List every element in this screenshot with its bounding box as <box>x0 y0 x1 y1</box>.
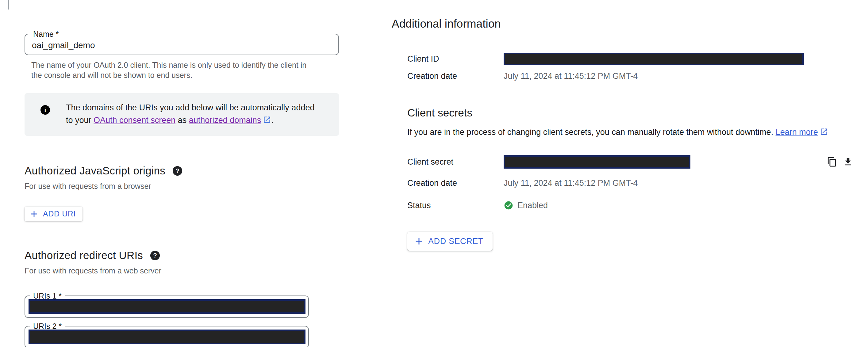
name-helper-text: The name of your OAuth 2.0 client. This … <box>31 60 312 80</box>
copy-icon[interactable] <box>827 157 837 167</box>
client-secrets-description: If you are in the process of changing cl… <box>407 127 853 138</box>
client-secret-redacted-value <box>504 155 690 168</box>
redirect-uris-title-text: Authorized redirect URIs <box>25 249 143 261</box>
creation-date-row: Creation date July 11, 2024 at 11:45:12 … <box>407 71 853 81</box>
uri-2-redacted-value <box>29 329 306 344</box>
authorized-domains-link[interactable]: authorized domains <box>189 116 261 125</box>
status-row: Status Enabled <box>407 200 853 210</box>
creation-date-value: July 11, 2024 at 11:45:12 PM GMT-4 <box>504 71 638 81</box>
domains-notice-banner: i The domains of the URIs you add below … <box>25 93 339 136</box>
js-origins-title-text: Authorized JavaScript origins <box>25 165 165 177</box>
secret-creation-date-label: Creation date <box>407 179 504 188</box>
notice-text: The domains of the URIs you add below wi… <box>66 101 317 128</box>
plus-icon <box>413 236 425 247</box>
learn-more-link[interactable]: Learn more <box>776 128 818 137</box>
client-secrets-title: Client secrets <box>407 107 853 119</box>
info-icon: i <box>40 105 50 115</box>
add-secret-button[interactable]: ADD SECRET <box>407 232 493 251</box>
client-secret-label: Client secret <box>407 157 504 167</box>
plus-icon <box>29 209 39 219</box>
notice-infix: as <box>176 116 189 125</box>
additional-information-panel: Additional information Client ID Creatio… <box>392 0 855 251</box>
additional-information-title: Additional information <box>392 18 855 30</box>
secret-creation-date-value: July 11, 2024 at 11:45:12 PM GMT-4 <box>504 179 638 188</box>
uri-1-field[interactable]: URIs 1 * <box>25 295 309 318</box>
client-secrets-description-text: If you are in the process of changing cl… <box>407 128 776 137</box>
panel-edge-divider <box>8 0 9 9</box>
client-id-redacted-value <box>504 53 804 65</box>
help-icon[interactable]: ? <box>173 166 182 176</box>
creation-date-label: Creation date <box>407 71 504 81</box>
name-input[interactable] <box>25 34 338 55</box>
uri-1-redacted-value <box>29 299 306 314</box>
client-id-label: Client ID <box>407 54 504 64</box>
client-secret-row: Client secret <box>407 155 853 168</box>
status-label: Status <box>407 201 504 210</box>
external-link-icon <box>263 115 271 128</box>
add-uri-button[interactable]: ADD URI <box>25 207 83 221</box>
oauth-client-edit-form: Name * The name of your OAuth 2.0 client… <box>25 0 339 347</box>
js-origins-subtitle: For use with requests from a browser <box>25 182 339 191</box>
download-icon[interactable] <box>843 157 853 167</box>
help-icon[interactable]: ? <box>150 251 160 260</box>
add-secret-button-label: ADD SECRET <box>428 236 484 246</box>
add-uri-button-label: ADD URI <box>43 209 76 218</box>
redirect-uris-subtitle: For use with requests from a web server <box>25 266 339 275</box>
redirect-uris-section-title: Authorized redirect URIs ? <box>25 249 339 261</box>
js-origins-section-title: Authorized JavaScript origins ? <box>25 165 339 177</box>
external-link-icon <box>820 128 828 138</box>
client-id-row: Client ID <box>407 53 853 65</box>
check-circle-icon <box>504 200 514 210</box>
name-field[interactable]: Name * <box>25 34 339 55</box>
oauth-consent-screen-link[interactable]: OAuth consent screen <box>94 116 176 125</box>
secret-creation-date-row: Creation date July 11, 2024 at 11:45:12 … <box>407 179 853 188</box>
notice-suffix: . <box>271 116 274 125</box>
status-badge: Enabled <box>518 201 548 210</box>
uri-2-field[interactable]: URIs 2 * <box>25 326 309 347</box>
name-field-label: Name * <box>30 29 62 39</box>
